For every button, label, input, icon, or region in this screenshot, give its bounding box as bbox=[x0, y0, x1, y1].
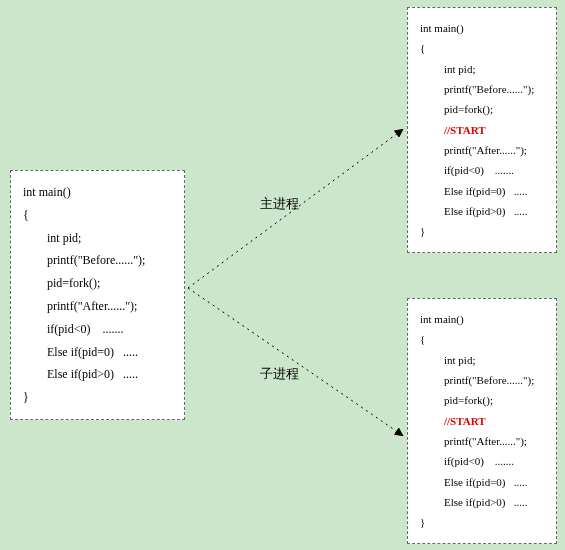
code-line: int pid; bbox=[23, 227, 172, 250]
code-line: { bbox=[420, 38, 544, 58]
arrow-to-child-process bbox=[188, 288, 402, 435]
child-process-label: 子进程 bbox=[260, 365, 299, 383]
main-process-code-box: int main() { int pid; printf("Before....… bbox=[407, 7, 557, 253]
code-line: printf("After......"); bbox=[420, 140, 544, 160]
code-line: printf("Before......"); bbox=[23, 249, 172, 272]
code-line: } bbox=[23, 386, 172, 409]
code-line: if(pid<0) ....... bbox=[420, 451, 544, 471]
main-process-label: 主进程 bbox=[260, 195, 299, 213]
code-line: if(pid<0) ....... bbox=[420, 160, 544, 180]
code-line: Else if(pid>0) ..... bbox=[23, 363, 172, 386]
start-marker: //START bbox=[420, 120, 544, 140]
code-line: Else if(pid>0) ..... bbox=[420, 492, 544, 512]
code-line: printf("Before......"); bbox=[420, 79, 544, 99]
code-line: printf("Before......"); bbox=[420, 370, 544, 390]
start-marker: //START bbox=[420, 411, 544, 431]
code-line: int pid; bbox=[420, 350, 544, 370]
child-process-code-box: int main() { int pid; printf("Before....… bbox=[407, 298, 557, 544]
code-line: { bbox=[23, 204, 172, 227]
code-line: int main() bbox=[420, 309, 544, 329]
source-code-box: int main() { int pid; printf("Before....… bbox=[10, 170, 185, 420]
code-line: { bbox=[420, 329, 544, 349]
code-line: printf("After......"); bbox=[420, 431, 544, 451]
code-line: Else if(pid=0) ..... bbox=[23, 341, 172, 364]
code-line: Else if(pid>0) ..... bbox=[420, 201, 544, 221]
code-line: } bbox=[420, 221, 544, 241]
code-line: int main() bbox=[23, 181, 172, 204]
code-line: if(pid<0) ....... bbox=[23, 318, 172, 341]
code-line: printf("After......"); bbox=[23, 295, 172, 318]
code-line: } bbox=[420, 512, 544, 532]
code-line: pid=fork(); bbox=[420, 390, 544, 410]
code-line: int pid; bbox=[420, 59, 544, 79]
code-line: int main() bbox=[420, 18, 544, 38]
code-line: Else if(pid=0) ..... bbox=[420, 472, 544, 492]
code-line: Else if(pid=0) ..... bbox=[420, 181, 544, 201]
code-line: pid=fork(); bbox=[420, 99, 544, 119]
code-line: pid=fork(); bbox=[23, 272, 172, 295]
